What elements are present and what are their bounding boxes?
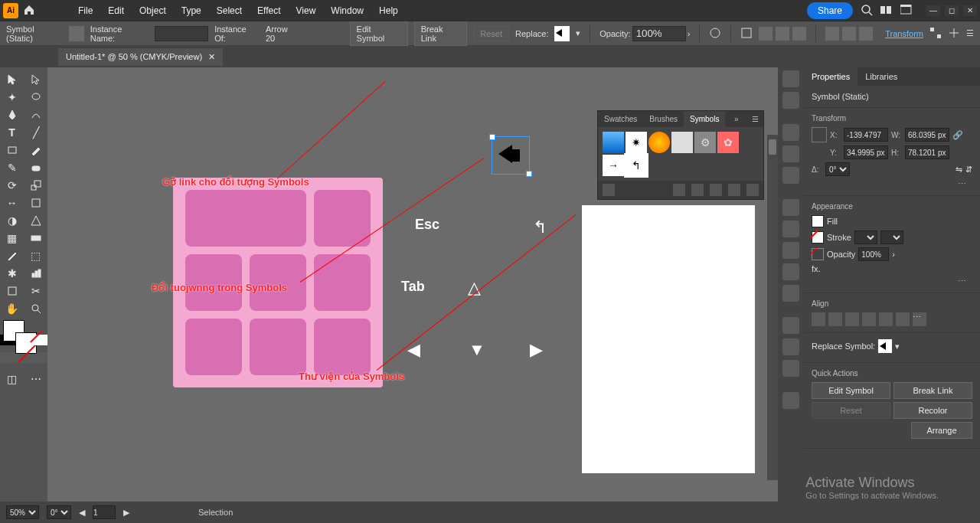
place-symbol-icon[interactable] — [673, 184, 685, 196]
color-panel-icon[interactable] — [782, 70, 799, 87]
magic-wand-tool[interactable]: ✦ — [0, 88, 24, 106]
symbols-tab[interactable]: Symbols — [684, 111, 725, 127]
rectangle-tool[interactable] — [0, 141, 24, 159]
share-button[interactable]: Share — [807, 2, 853, 19]
qa-arrange-button[interactable]: Arrange — [911, 422, 972, 439]
angle-select[interactable]: 0° — [825, 162, 850, 176]
align-vcenter-icon[interactable] — [842, 27, 856, 41]
transform-link[interactable]: Transform — [885, 29, 923, 38]
align-t-icon[interactable] — [862, 312, 876, 326]
document-tab[interactable]: Untitled-1* @ 50 % (CMYK/Preview) ✕ — [58, 48, 223, 66]
x-input[interactable] — [844, 128, 888, 142]
w-input[interactable] — [905, 128, 949, 142]
width-tool[interactable]: ↔ — [0, 194, 24, 211]
artboard-tool[interactable] — [0, 282, 24, 299]
align-more-icon[interactable]: ⋯ — [913, 312, 926, 326]
panel-collapse-icon[interactable]: » — [730, 111, 743, 127]
symbol-thumb-5[interactable]: ⚙ — [694, 132, 716, 153]
delete-symbol-icon[interactable] — [746, 184, 759, 196]
opacity-chevron-icon[interactable]: › — [892, 250, 895, 259]
menu-effect[interactable]: Effect — [250, 5, 288, 16]
brushes-panel-icon[interactable] — [782, 145, 799, 162]
menu-help[interactable]: Help — [371, 5, 406, 16]
qa-edit-symbol-button[interactable]: Edit Symbol — [812, 382, 890, 399]
layers-panel-icon[interactable] — [782, 317, 799, 334]
shaper-tool[interactable]: ✎ — [0, 159, 24, 176]
grid-icon[interactable] — [948, 27, 960, 41]
comments-panel-icon[interactable] — [782, 392, 799, 409]
properties-tab[interactable]: Properties — [804, 67, 858, 86]
symbol-options-icon[interactable] — [710, 184, 722, 196]
hand-tool[interactable]: ✋ — [0, 299, 24, 317]
eraser-tool[interactable] — [24, 159, 47, 176]
menu-view[interactable]: View — [289, 5, 324, 16]
search-icon[interactable] — [861, 4, 873, 18]
arrange-docs-icon[interactable] — [880, 5, 893, 17]
slice-tool[interactable]: ✂ — [24, 282, 47, 299]
zoom-select[interactable]: 50% — [6, 505, 39, 519]
break-link-button[interactable]: Break Link — [414, 21, 468, 46]
workspace-icon[interactable] — [900, 5, 913, 17]
artboard-next-icon[interactable]: ▶ — [123, 508, 129, 518]
transparency-panel-icon[interactable] — [782, 242, 799, 259]
symbol-sprayer-tool[interactable]: ✱ — [0, 264, 24, 282]
shape-builder-tool[interactable]: ◑ — [0, 211, 24, 229]
perspective-tool[interactable] — [24, 211, 47, 229]
menu-window[interactable]: Window — [323, 5, 371, 16]
scale-tool[interactable] — [24, 176, 47, 194]
graph-tool[interactable] — [24, 264, 47, 282]
menu-type[interactable]: Type — [174, 5, 209, 16]
replace-symbol-dropdown-icon[interactable]: ▾ — [895, 342, 900, 351]
menu-file[interactable]: File — [70, 5, 100, 16]
appearance-opacity-input[interactable] — [858, 247, 889, 261]
align-hcenter-icon[interactable] — [776, 27, 789, 41]
edit-toolbar-icon[interactable]: ⋯ — [24, 370, 47, 387]
gradient-tool[interactable] — [24, 229, 47, 247]
instance-name-input[interactable] — [155, 26, 208, 41]
symbol-thumb-1[interactable] — [603, 132, 624, 153]
prefs-icon[interactable]: ☰ — [966, 28, 974, 38]
reference-point-icon[interactable] — [812, 127, 827, 142]
free-transform-tool[interactable] — [24, 194, 47, 211]
swatches-panel-icon[interactable] — [782, 124, 799, 141]
selection-tool[interactable] — [0, 70, 24, 88]
align-r-icon[interactable] — [845, 312, 859, 326]
fill-swatch[interactable] — [812, 215, 824, 227]
window-maximize[interactable]: ◻ — [945, 5, 959, 16]
lock-aspect-icon[interactable]: 🔗 — [952, 130, 963, 140]
vertical-scrollbar[interactable] — [767, 135, 778, 480]
close-tab-icon[interactable]: ✕ — [208, 52, 215, 62]
opacity-swatch[interactable] — [812, 248, 824, 260]
line-tool[interactable]: ╱ — [24, 123, 47, 141]
align-vc-icon[interactable] — [879, 312, 893, 326]
stroke-swatch[interactable] — [812, 231, 824, 244]
direct-selection-tool[interactable] — [24, 70, 47, 88]
blend-tool[interactable]: ⬚ — [24, 247, 47, 264]
pen-tool[interactable] — [0, 106, 24, 123]
libraries-tab[interactable]: Libraries — [858, 67, 905, 86]
artboard-prev-icon[interactable]: ◀ — [79, 508, 85, 518]
screen-mode-icon[interactable]: ◫ — [0, 370, 24, 387]
gradient-panel-icon[interactable] — [782, 221, 799, 237]
symbol-thumb-3[interactable] — [648, 132, 670, 153]
menu-edit[interactable]: Edit — [100, 5, 132, 16]
qa-break-link-button[interactable]: Break Link — [893, 382, 972, 399]
break-link-icon[interactable] — [691, 184, 704, 196]
symbol-libraries-icon[interactable] — [603, 184, 615, 196]
align-to-icon[interactable] — [740, 27, 753, 41]
flip-h-icon[interactable]: ⇋ — [956, 165, 962, 175]
align-top-icon[interactable] — [825, 27, 839, 41]
menu-select[interactable]: Select — [209, 5, 250, 16]
stroke-profile-select[interactable] — [880, 230, 903, 244]
transform-more-icon[interactable]: ⋯ — [812, 179, 972, 189]
opacity-input[interactable] — [632, 26, 686, 41]
stroke-panel-icon[interactable] — [782, 199, 799, 216]
appearance-more-icon[interactable]: ⋯ — [812, 276, 972, 286]
isolate-icon[interactable] — [929, 27, 942, 41]
align-b-icon[interactable] — [896, 312, 910, 326]
align-bottom-icon[interactable] — [859, 27, 873, 41]
align-l-icon[interactable] — [812, 312, 825, 326]
graphic-styles-panel-icon[interactable] — [782, 285, 799, 302]
lasso-tool[interactable] — [24, 88, 47, 106]
symbol-thumb-4[interactable] — [671, 132, 693, 153]
